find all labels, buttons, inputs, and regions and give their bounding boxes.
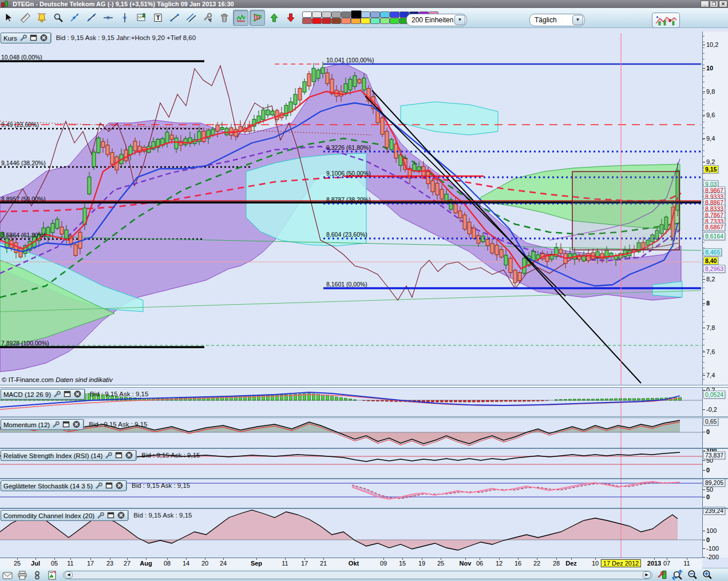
- stoch-panel-header: Geglätteter Stochastik (14 3 5)Bid : 9,1…: [1, 480, 195, 491]
- color-swatch[interactable]: [351, 10, 362, 19]
- fib-level-label: 10,048 (0,00%): [1, 54, 42, 61]
- color-swatch[interactable]: [312, 11, 322, 18]
- stoch-close-icon[interactable]: [116, 482, 124, 490]
- rsi-panel-header: Relative Strength Index (RSI) (14)Bid : …: [1, 450, 205, 461]
- printer-button[interactable]: [15, 570, 30, 581]
- trendline-tool-button[interactable]: [84, 10, 99, 26]
- time-tick-label: 09: [380, 560, 387, 567]
- scroll-left-arrow[interactable]: ◀: [65, 571, 73, 579]
- segment-tool-button[interactable]: [167, 10, 182, 26]
- momentum-close-icon[interactable]: [73, 421, 81, 428]
- arrow-down-button[interactable]: [283, 10, 298, 26]
- color-swatch[interactable]: [312, 18, 322, 24]
- axis-tick-label: 7,8: [706, 324, 715, 331]
- time-tick-label: 12: [496, 560, 503, 567]
- close-button[interactable]: ✕: [719, 1, 727, 7]
- units-dropdown[interactable]: 200 Einheiten ▼: [406, 14, 467, 26]
- point-tool-button[interactable]: [67, 10, 82, 26]
- hline-tool-button[interactable]: [100, 10, 116, 26]
- color-swatch[interactable]: [390, 11, 399, 18]
- indicator-value-badge: 0,0524: [703, 391, 725, 399]
- restore-button[interactable]: ❐: [710, 1, 718, 7]
- macd-window-icon[interactable]: [64, 391, 72, 398]
- momentum-title: Momentum (12): [3, 421, 50, 428]
- pattern-tool-button[interactable]: [133, 10, 149, 26]
- color-swatch[interactable]: [380, 11, 390, 18]
- color-swatch[interactable]: [322, 18, 331, 24]
- zoom-out-button[interactable]: [685, 570, 699, 581]
- indicator-value-badge: 89,205: [703, 479, 725, 487]
- cci-window-icon[interactable]: [107, 512, 115, 519]
- fib-level-label: 9,3226 (61,80%): [326, 144, 371, 151]
- panel-separator[interactable]: [0, 385, 728, 388]
- panel-separator[interactable]: [0, 416, 728, 418]
- mail-button[interactable]: [0, 570, 15, 581]
- panel-separator[interactable]: [0, 478, 728, 479]
- color-swatch[interactable]: [361, 18, 370, 24]
- link-button[interactable]: [30, 570, 45, 581]
- mode-zigzag-button[interactable]: [233, 10, 248, 26]
- horizontal-scrollbar[interactable]: ◀ ▶: [63, 571, 652, 579]
- arrow-up-button[interactable]: [266, 10, 282, 26]
- kurs-close-icon[interactable]: [40, 34, 48, 42]
- trash-tool-button[interactable]: [216, 10, 232, 26]
- text-tool-button[interactable]: T: [150, 10, 165, 26]
- rsi-window-icon[interactable]: [115, 452, 123, 459]
- settings-tool-button[interactable]: [200, 10, 215, 26]
- kurs-window-icon[interactable]: [30, 34, 38, 42]
- color-swatch[interactable]: [331, 11, 341, 18]
- stoch-window-icon[interactable]: [105, 482, 113, 490]
- rsi-settings-icon[interactable]: [105, 452, 113, 459]
- fib-level-label: 9,1006 (50,00%): [326, 170, 371, 177]
- vline-tool-button[interactable]: [117, 10, 132, 26]
- ruler-button[interactable]: [17, 10, 33, 26]
- color-swatch[interactable]: [390, 18, 399, 24]
- zoom-fit-button[interactable]: [670, 570, 685, 581]
- candle-settings-button[interactable]: [655, 570, 670, 581]
- macd-bid-ask: Bid : 9,15 Ask : 9,15: [85, 389, 153, 399]
- color-swatch[interactable]: [302, 18, 312, 24]
- chart-style-button[interactable]: [652, 13, 680, 28]
- minimize-button[interactable]: _: [701, 1, 709, 7]
- cursor-button[interactable]: [1, 10, 16, 26]
- stoch-settings-icon[interactable]: [95, 482, 103, 490]
- rsi-bid-ask: Bid : 9,15 Ask : 9,15: [136, 450, 204, 460]
- color-swatch[interactable]: [322, 11, 331, 18]
- time-tick-label: Okt: [349, 560, 359, 567]
- magnifier-button[interactable]: [50, 10, 66, 26]
- axis-tick-label: 0: [706, 494, 710, 500]
- momentum-settings-icon[interactable]: [52, 421, 60, 428]
- color-swatch[interactable]: [361, 11, 370, 18]
- color-swatch[interactable]: [370, 11, 380, 18]
- title-bar: DTEGn - Deutsche Telekom AG (-) 9,15 (+3…: [0, 0, 728, 8]
- color-swatch[interactable]: [370, 18, 380, 24]
- time-tick-label: 16: [515, 560, 521, 567]
- cci-close-icon[interactable]: [117, 512, 125, 519]
- time-tick-label: Jul: [31, 560, 40, 567]
- time-tick-label: 25: [437, 560, 444, 567]
- color-swatch[interactable]: [302, 11, 312, 18]
- scroll-right-arrow[interactable]: ▶: [643, 571, 651, 579]
- kurs-settings-icon[interactable]: [19, 34, 27, 42]
- chevron-down-icon[interactable]: ▼: [454, 15, 465, 25]
- color-swatch[interactable]: [341, 11, 351, 18]
- panel-separator[interactable]: [0, 508, 728, 509]
- cci-settings-icon[interactable]: [97, 512, 105, 519]
- macd-settings-icon[interactable]: [53, 391, 61, 398]
- color-swatch[interactable]: [341, 18, 351, 24]
- alarm-button[interactable]: [34, 10, 49, 26]
- momentum-window-icon[interactable]: [62, 421, 70, 428]
- rsi-close-icon[interactable]: [125, 452, 133, 459]
- mode-pattern-button[interactable]: [250, 10, 265, 26]
- parallel-tool-button[interactable]: [183, 10, 199, 26]
- chevron-down-icon[interactable]: ▼: [572, 15, 583, 25]
- macd-close-icon[interactable]: [74, 391, 82, 398]
- report-button[interactable]: [45, 570, 60, 581]
- zoom-in-button[interactable]: [699, 570, 714, 581]
- color-swatch[interactable]: [331, 18, 341, 24]
- time-axis[interactable]: 25Jul0511172327Aug08142024Sep111721Okt09…: [0, 558, 702, 568]
- panel-separator[interactable]: [0, 448, 728, 449]
- color-swatch[interactable]: [380, 18, 390, 24]
- time-tick-label: 15: [399, 560, 406, 567]
- period-dropdown[interactable]: Täglich ▼: [529, 14, 585, 26]
